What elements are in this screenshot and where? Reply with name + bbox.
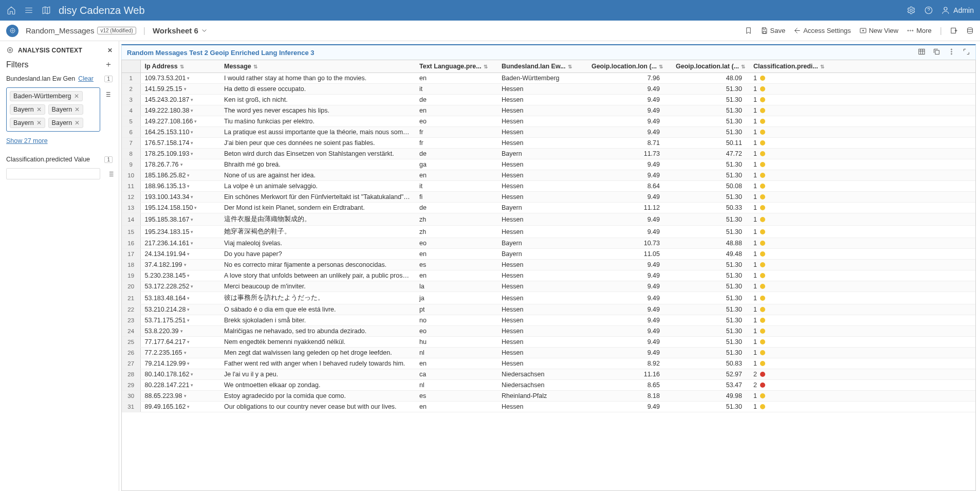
- filter2-input[interactable]: [6, 168, 100, 179]
- cell-ip[interactable]: 176.57.158.174▾: [140, 138, 220, 149]
- table-row[interactable]: 9 178.26.7.76▾ Bhraith mé go breá. ga He…: [122, 159, 975, 170]
- expand-icon[interactable]: [963, 48, 970, 57]
- table-row[interactable]: 4 149.222.180.38▾ The word yes never esc…: [122, 105, 975, 116]
- cell-ip[interactable]: 80.228.147.221▾: [140, 380, 220, 391]
- kebab-icon[interactable]: [948, 48, 955, 57]
- cell-ip[interactable]: 37.4.182.199▾: [140, 260, 220, 270]
- help-icon[interactable]: [923, 5, 934, 15]
- sort-icon[interactable]: ⇅: [568, 64, 572, 69]
- chevron-down-icon[interactable]: ▾: [184, 393, 187, 398]
- cell-ip[interactable]: 145.243.20.187▾: [140, 95, 220, 105]
- filter-tag[interactable]: Bayern✕: [48, 118, 84, 128]
- chevron-down-icon[interactable]: ▾: [180, 329, 183, 334]
- chevron-down-icon[interactable]: ▾: [191, 284, 193, 289]
- cell-ip[interactable]: 24.134.191.94▾: [140, 249, 220, 260]
- column-header[interactable]: Geoip.location.lon (...⇅: [580, 60, 667, 73]
- table-row[interactable]: 27 79.214.129.99▾ Father went red with a…: [122, 358, 975, 369]
- table-row[interactable]: 15 195.234.183.15▾ 她穿著深褐色的鞋子。 zh Hessen …: [122, 226, 975, 238]
- table-row[interactable]: 2 141.59.25.15▾ Ha detto di essere occup…: [122, 84, 975, 95]
- cell-ip[interactable]: 53.183.48.164▾: [140, 292, 220, 304]
- column-header[interactable]: Message⇅: [220, 60, 415, 73]
- column-header[interactable]: Classification.predi...⇅: [749, 60, 975, 73]
- cell-ip[interactable]: 195.124.158.150▾: [140, 203, 220, 213]
- bookmark-icon[interactable]: [745, 27, 752, 34]
- filter-tag[interactable]: Bayern✕: [10, 118, 45, 128]
- chevron-down-icon[interactable]: ▾: [187, 404, 190, 409]
- chevron-down-icon[interactable]: ▾: [184, 262, 187, 267]
- table-row[interactable]: 14 195.185.38.167▾ 這件衣服是由薄織物製成的。 zh Hess…: [122, 213, 975, 226]
- table-row[interactable]: 1 109.73.53.201▾ I would rather stay at …: [122, 73, 975, 84]
- map-icon[interactable]: [41, 5, 51, 15]
- cell-ip[interactable]: 80.140.178.162▾: [140, 369, 220, 380]
- cell-ip[interactable]: 185.186.25.82▾: [140, 170, 220, 181]
- chevron-down-icon[interactable]: ▾: [191, 217, 193, 222]
- doc-name[interactable]: Random_Messages v12 (Modified): [26, 26, 136, 35]
- table-row[interactable]: 23 53.71.175.251▾ Brekk sjokoladen i små…: [122, 315, 975, 326]
- cell-ip[interactable]: 217.236.14.161▾: [140, 238, 220, 249]
- chevron-down-icon[interactable]: ▾: [191, 97, 193, 102]
- cell-ip[interactable]: 195.234.183.15▾: [140, 226, 220, 238]
- menu-icon[interactable]: [24, 5, 34, 15]
- remove-tag-icon[interactable]: ✕: [36, 119, 42, 126]
- table-wrap[interactable]: Ip Address⇅Message⇅Text Language.pre...⇅…: [121, 60, 976, 491]
- cell-ip[interactable]: 178.26.7.76▾: [140, 159, 220, 170]
- cell-ip[interactable]: 5.230.238.145▾: [140, 270, 220, 281]
- filter-tag[interactable]: Bayern✕: [48, 104, 84, 115]
- remove-tag-icon[interactable]: ✕: [75, 119, 80, 126]
- table-row[interactable]: 11 188.96.135.13▾ La volpe è un animale …: [122, 181, 975, 192]
- table-row[interactable]: 30 88.65.223.98▾ Estoy agradecido por la…: [122, 391, 975, 402]
- table-row[interactable]: 24 53.8.220.39▾ Malriĉigas ne nehavado, …: [122, 326, 975, 337]
- chevron-down-icon[interactable]: ▾: [191, 130, 193, 135]
- table-row[interactable]: 5 149.227.108.166▾ Tiu maŝino funkcias p…: [122, 116, 975, 127]
- new-view-button[interactable]: New View: [859, 27, 899, 34]
- chevron-down-icon[interactable]: ▾: [191, 372, 193, 377]
- cell-ip[interactable]: 89.49.165.162▾: [140, 402, 220, 412]
- chevron-down-icon[interactable]: ▾: [191, 108, 193, 113]
- chevron-down-icon[interactable]: ▾: [184, 350, 187, 355]
- table-row[interactable]: 7 176.57.158.174▾ J'ai bien peur que ces…: [122, 138, 975, 149]
- cell-ip[interactable]: 141.59.25.15▾: [140, 84, 220, 95]
- chevron-down-icon[interactable]: ▾: [187, 173, 190, 178]
- table-row[interactable]: 10 185.186.25.82▾ None of us are against…: [122, 170, 975, 181]
- remove-tag-icon[interactable]: ✕: [75, 106, 80, 113]
- column-header[interactable]: Ip Address⇅: [140, 60, 220, 73]
- column-header[interactable]: Bundesland.lan Ew...⇅: [497, 60, 580, 73]
- chevron-down-icon[interactable]: ▾: [191, 151, 193, 156]
- list-icon[interactable]: [107, 170, 115, 179]
- cell-ip[interactable]: 77.2.235.165▾: [140, 348, 220, 358]
- cell-ip[interactable]: 193.100.143.34▾: [140, 192, 220, 203]
- user-menu[interactable]: Admin: [941, 6, 974, 15]
- sort-icon[interactable]: ⇅: [484, 64, 488, 69]
- table-row[interactable]: 29 80.228.147.221▾ We ontmoetten elkaar …: [122, 380, 975, 391]
- chevron-down-icon[interactable]: ▾: [194, 205, 197, 210]
- column-header[interactable]: Geoip.location.lat (...⇅: [667, 60, 749, 73]
- table-row[interactable]: 28 80.140.178.162▾ Je l'ai vu il y a peu…: [122, 369, 975, 380]
- chevron-down-icon[interactable]: ▾: [187, 251, 190, 257]
- access-settings-button[interactable]: Access Settings: [793, 27, 851, 34]
- show-more-link[interactable]: Show 27 more: [6, 137, 48, 144]
- save-button[interactable]: Save: [761, 27, 786, 34]
- chevron-down-icon[interactable]: ▾: [187, 339, 190, 344]
- worksheet-dropdown[interactable]: Worksheet 6: [153, 26, 208, 35]
- cell-ip[interactable]: 53.71.175.251▾: [140, 315, 220, 326]
- copy-icon[interactable]: [933, 48, 940, 57]
- chevron-down-icon[interactable]: ▾: [191, 241, 193, 246]
- chevron-down-icon[interactable]: ▾: [187, 318, 190, 323]
- add-sheet-icon[interactable]: [950, 27, 958, 34]
- sort-icon[interactable]: ⇅: [253, 64, 257, 69]
- table-row[interactable]: 16 217.236.14.161▾ Viaj maleoloj ŝvelas.…: [122, 238, 975, 249]
- sort-icon[interactable]: ⇅: [820, 64, 824, 69]
- table-row[interactable]: 17 24.134.191.94▾ Do you have paper? en …: [122, 249, 975, 260]
- cell-ip[interactable]: 188.96.135.13▾: [140, 181, 220, 192]
- chevron-down-icon[interactable]: ▾: [187, 307, 190, 312]
- list-icon[interactable]: [104, 90, 112, 100]
- home-icon[interactable]: [6, 5, 16, 15]
- sort-icon[interactable]: ⇅: [180, 64, 184, 69]
- cell-ip[interactable]: 178.25.109.193▾: [140, 149, 220, 159]
- table-icon[interactable]: [918, 48, 926, 57]
- sort-icon[interactable]: ⇅: [659, 64, 663, 69]
- close-icon[interactable]: ✕: [107, 47, 113, 54]
- cell-ip[interactable]: 53.8.220.39▾: [140, 326, 220, 337]
- chevron-down-icon[interactable]: ▾: [184, 86, 187, 92]
- cell-ip[interactable]: 53.210.214.28▾: [140, 304, 220, 315]
